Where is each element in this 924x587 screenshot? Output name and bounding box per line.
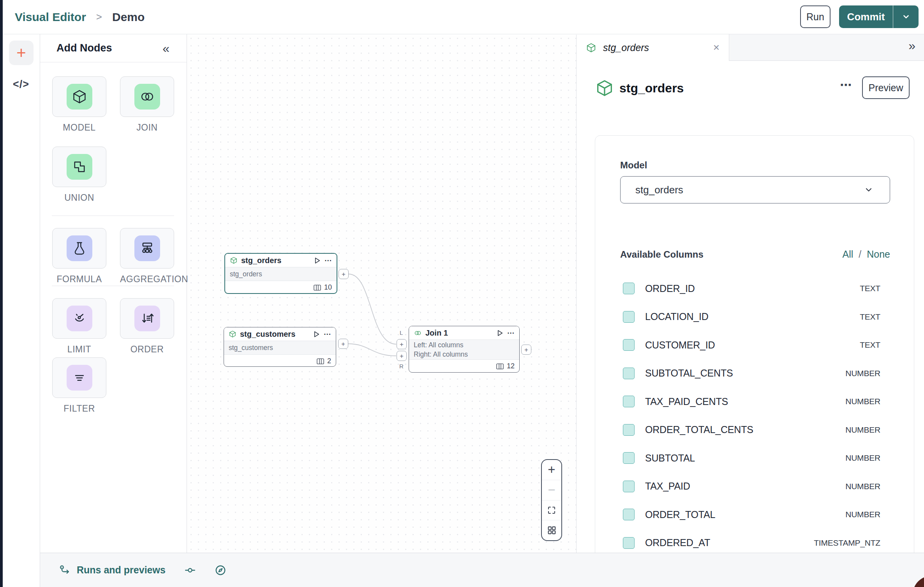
- chevron-down-icon: [902, 12, 910, 21]
- node-footer: 10: [225, 281, 337, 294]
- node-stg-orders[interactable]: stg_orders ... stg_orders 10: [224, 253, 337, 294]
- join-right-handle-label: R: [399, 363, 404, 370]
- chevron-down-icon: [864, 185, 873, 194]
- column-type: NUMBER: [845, 453, 880, 463]
- close-icon[interactable]: ×: [713, 41, 719, 54]
- node-tile[interactable]: [52, 228, 106, 269]
- limit-gauge-icon: [67, 306, 92, 331]
- expand-panel-icon[interactable]: »: [908, 39, 915, 53]
- panel-menu-icon[interactable]: ⋯: [840, 78, 852, 92]
- node-tile[interactable]: [120, 76, 174, 117]
- output-handle-stg-orders[interactable]: +: [339, 269, 349, 279]
- column-name: CUSTOMER_ID: [645, 339, 860, 351]
- join-right-input-handle[interactable]: +: [397, 351, 407, 361]
- add-node-tile-formula[interactable]: FORMULA: [52, 228, 106, 285]
- tab-stg-orders[interactable]: stg_orders ×: [577, 34, 729, 61]
- panel-tab-strip: stg_orders × »: [577, 34, 924, 61]
- model-select[interactable]: stg_orders: [620, 176, 890, 203]
- column-checkbox[interactable]: [623, 452, 635, 464]
- slider-icon: [184, 564, 196, 576]
- node-menu-icon[interactable]: ...: [324, 331, 331, 337]
- join-icon: [414, 329, 422, 337]
- select-all-link[interactable]: All: [842, 249, 853, 260]
- add-node-tile-filter[interactable]: FILTER: [52, 357, 106, 414]
- flow-canvas[interactable]: stg_orders ... stg_orders 10 + stg_custo…: [187, 35, 577, 553]
- node-tile[interactable]: [52, 357, 106, 398]
- model-cube-icon: [595, 79, 614, 97]
- filter-lines-icon: [67, 365, 92, 391]
- node-body: Left: All columns Right: All columns: [409, 339, 519, 360]
- column-name: SUBTOTAL: [645, 453, 845, 464]
- node-join-1[interactable]: Join 1 ... Left: All columns Right: All …: [409, 326, 520, 373]
- node-header: stg_customers ...: [224, 327, 336, 341]
- columns-list: ORDER_ID TEXT LOCATION_ID TEXT CUSTOMER_…: [595, 274, 915, 557]
- columns-icon: [314, 285, 321, 291]
- node-tile[interactable]: [52, 76, 106, 117]
- node-tile[interactable]: [52, 147, 106, 187]
- node-tile[interactable]: [120, 298, 174, 339]
- run-node-icon[interactable]: [314, 257, 321, 264]
- runs-and-previews-button[interactable]: Runs and previews: [58, 564, 166, 576]
- node-menu-icon[interactable]: ...: [507, 330, 515, 336]
- auto-layout-button[interactable]: [542, 520, 561, 540]
- available-columns-title: Available Columns: [620, 249, 842, 260]
- columns-icon: [317, 358, 324, 364]
- commit-button[interactable]: Commit: [839, 5, 893, 28]
- column-name: ORDER_TOTAL: [645, 509, 845, 520]
- node-subtitle: stg_customers: [229, 343, 331, 352]
- column-checkbox[interactable]: [623, 481, 635, 492]
- columns-icon: [496, 363, 504, 370]
- node-menu-icon[interactable]: ...: [324, 257, 332, 263]
- canvas-zoom-controls: + −: [541, 459, 562, 541]
- node-subtitle: stg_orders: [230, 269, 332, 279]
- node-stg-customers[interactable]: stg_customers ... stg_customers 2: [224, 327, 336, 367]
- node-header: stg_orders ...: [225, 254, 337, 267]
- add-node-tile-model[interactable]: MODEL: [52, 76, 106, 133]
- preview-button[interactable]: Preview: [862, 76, 910, 99]
- column-checkbox[interactable]: [623, 339, 635, 351]
- column-row-subtotal: SUBTOTAL NUMBER: [595, 444, 915, 472]
- join-left-input-handle[interactable]: +: [397, 339, 407, 349]
- column-checkbox[interactable]: [623, 396, 635, 407]
- select-none-link[interactable]: None: [867, 249, 890, 260]
- add-node-tile-union[interactable]: UNION: [52, 147, 106, 203]
- run-button[interactable]: Run: [800, 5, 831, 28]
- column-checkbox[interactable]: [623, 311, 635, 323]
- zoom-in-button[interactable]: +: [542, 460, 561, 480]
- settings-slider-button[interactable]: [184, 564, 196, 576]
- compass-button[interactable]: [215, 564, 226, 576]
- column-row-tax_paid_cents: TAX_PAID_CENTS NUMBER: [595, 387, 915, 416]
- run-node-icon[interactable]: [313, 331, 320, 338]
- code-view-button[interactable]: </>: [8, 76, 34, 92]
- node-tile[interactable]: [120, 228, 174, 269]
- column-type: TIMESTAMP_NTZ: [814, 538, 880, 548]
- add-node-tile-join[interactable]: JOIN: [120, 76, 174, 133]
- zoom-out-button[interactable]: −: [542, 480, 561, 500]
- fit-view-button[interactable]: [542, 500, 561, 520]
- app-edge-strip: [0, 0, 3, 587]
- add-node-tile-aggregation[interactable]: AGGREGATION: [120, 228, 174, 285]
- add-node-tile-limit[interactable]: LIMIT: [52, 298, 106, 355]
- runs-icon: [58, 564, 71, 576]
- breadcrumb-visual-editor[interactable]: Visual Editor: [15, 11, 86, 24]
- run-node-icon[interactable]: [496, 329, 504, 337]
- model-select-value: stg_orders: [635, 184, 683, 196]
- collapse-panel-icon[interactable]: «: [162, 42, 169, 55]
- aggregation-tree-icon: [134, 235, 160, 261]
- join-circles-icon: [134, 84, 160, 110]
- column-checkbox[interactable]: [623, 368, 635, 379]
- column-checkbox[interactable]: [623, 537, 635, 549]
- output-handle-join[interactable]: +: [521, 345, 531, 355]
- add-node-tile-order[interactable]: ORDER: [120, 298, 174, 355]
- details-panel: stg_orders × » stg_orders ⋯ Preview Mode…: [577, 34, 924, 587]
- top-bar: Visual Editor > Demo Run Commit: [0, 0, 924, 34]
- commit-dropdown-button[interactable]: [893, 5, 919, 28]
- output-handle-stg-customers[interactable]: +: [338, 339, 348, 349]
- column-checkbox[interactable]: [623, 283, 635, 294]
- column-checkbox[interactable]: [623, 509, 635, 520]
- node-tile[interactable]: [52, 298, 106, 339]
- add-button[interactable]: +: [9, 41, 34, 65]
- column-type: NUMBER: [845, 397, 880, 406]
- column-checkbox[interactable]: [623, 424, 635, 436]
- fit-view-icon: [547, 506, 556, 515]
